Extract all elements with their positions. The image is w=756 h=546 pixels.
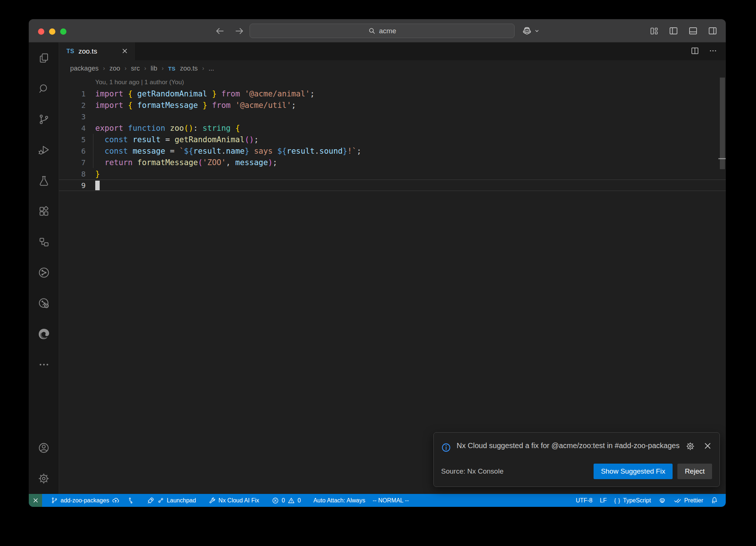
warning-icon xyxy=(288,497,295,504)
code-editor[interactable]: You, 1 hour ago | 1 author (You) 1import… xyxy=(59,76,726,494)
toggle-primary-sidebar-icon[interactable] xyxy=(669,26,678,36)
launchpad-status[interactable]: Launchpad xyxy=(143,494,200,507)
tab-zoo-ts[interactable]: TS zoo.ts xyxy=(59,42,135,60)
bell-dot-icon xyxy=(711,496,718,504)
chevron-down-icon[interactable] xyxy=(534,28,540,34)
link-icon xyxy=(157,497,164,504)
toggle-secondary-sidebar-icon[interactable] xyxy=(708,26,718,36)
warning-count: 0 xyxy=(298,497,301,504)
notifications-bell[interactable] xyxy=(707,494,722,507)
customize-layout-icon[interactable] xyxy=(649,26,659,36)
code-line[interactable]: 2import { formatMessage } from '@acme/ut… xyxy=(59,99,726,111)
source-control-icon[interactable] xyxy=(29,104,59,134)
notification-settings-gear-icon[interactable] xyxy=(685,441,695,453)
git-branch-status[interactable]: add-zoo-packages xyxy=(47,494,123,507)
code-text: import { getRandomAnimal } from '@acme/a… xyxy=(95,89,315,98)
double-check-icon xyxy=(674,496,681,504)
problems-status[interactable]: 0 0 xyxy=(268,494,305,507)
close-window-button[interactable] xyxy=(38,28,44,35)
run-and-debug-icon[interactable] xyxy=(29,134,59,165)
error-count: 0 xyxy=(282,497,285,504)
code-line[interactable]: 7 return formatMessage('ZOO', message); xyxy=(59,157,726,168)
show-suggested-fix-button[interactable]: Show Suggested Fix xyxy=(594,464,673,479)
formatter-status[interactable]: Prettier xyxy=(670,494,707,507)
explorer-icon[interactable] xyxy=(29,42,59,73)
code-line[interactable]: 9 xyxy=(59,180,726,191)
typescript-file-icon: TS xyxy=(66,48,74,55)
language-status[interactable]: { } TypeScript xyxy=(611,494,655,507)
branch-name: add-zoo-packages xyxy=(61,497,109,504)
copilot-icon xyxy=(658,496,666,505)
wrench-icon xyxy=(209,497,216,504)
code-line[interactable]: 1import { getRandomAnimal } from '@acme/… xyxy=(59,88,726,99)
code-line[interactable]: 5 const result = getRandomAnimal(); xyxy=(59,134,726,145)
zoom-window-button[interactable] xyxy=(60,28,66,35)
tab-label: zoo.ts xyxy=(78,47,97,55)
line-number: 8 xyxy=(59,170,86,178)
account-icon[interactable] xyxy=(29,433,59,463)
command-center-text: acme xyxy=(379,27,396,35)
forward-icon[interactable] xyxy=(234,26,244,36)
line-number: 6 xyxy=(59,147,86,156)
copilot-status[interactable] xyxy=(654,494,670,507)
reject-button[interactable]: Reject xyxy=(677,464,712,479)
nx-cloud-fix-status[interactable]: Nx Cloud AI Fix xyxy=(205,494,263,507)
chevron-right-icon: › xyxy=(103,65,105,72)
search-icon xyxy=(368,27,376,35)
git-graph-status[interactable] xyxy=(123,494,138,507)
code-text: const message = `${result.name} says ${r… xyxy=(95,147,361,156)
tab-close-icon[interactable] xyxy=(121,47,128,56)
minimize-window-button[interactable] xyxy=(49,28,55,35)
chevron-right-icon: › xyxy=(162,65,164,72)
remote-indicator[interactable] xyxy=(29,494,42,507)
nx-project-graph-icon[interactable] xyxy=(29,288,59,318)
vim-mode-status[interactable]: -- NORMAL -- xyxy=(369,494,412,507)
formatter-label: Prettier xyxy=(684,497,703,504)
notification-toast: Nx Cloud suggested a fix for @acme/zoo:t… xyxy=(433,432,720,487)
breadcrumb-item[interactable]: src xyxy=(131,65,140,72)
git-blame-annotation[interactable]: You, 1 hour ago | 1 author (You) xyxy=(59,76,726,88)
chevron-right-icon: › xyxy=(124,65,126,72)
more-actions-icon[interactable] xyxy=(708,46,718,57)
nx-console-icon[interactable] xyxy=(29,257,59,288)
auto-attach-status[interactable]: Auto Attach: Always xyxy=(310,494,369,507)
more-views-icon[interactable] xyxy=(29,349,59,380)
breadcrumb-item[interactable]: zoo xyxy=(109,65,120,72)
code-line[interactable]: 3 xyxy=(59,111,726,122)
braces-icon: { } xyxy=(614,497,621,504)
code-line[interactable]: 4export function zoo(): string { xyxy=(59,122,726,134)
breadcrumb-item[interactable]: packages xyxy=(70,65,99,72)
launchpad-label: Launchpad xyxy=(167,497,196,504)
breadcrumb: packages› zoo› src› lib› TS zoo.ts› ... xyxy=(59,60,726,76)
code-text: } xyxy=(95,170,100,178)
tab-bar: TS zoo.ts xyxy=(59,42,726,60)
toggle-panel-icon[interactable] xyxy=(688,26,698,36)
back-icon[interactable] xyxy=(215,26,225,36)
breadcrumb-item[interactable]: lib xyxy=(151,65,157,72)
code-line[interactable]: 8} xyxy=(59,168,726,180)
copilot-icon[interactable] xyxy=(522,26,532,36)
desktop-background: acme xyxy=(0,0,756,546)
settings-gear-icon[interactable] xyxy=(29,463,59,494)
status-bar: add-zoo-packages Launchpad Nx Cloud AI F… xyxy=(29,494,726,507)
edge-browser-icon[interactable] xyxy=(29,318,59,349)
command-center-search[interactable]: acme xyxy=(250,24,515,38)
line-number: 2 xyxy=(59,101,86,110)
eol-status[interactable]: LF xyxy=(596,494,611,507)
vertical-scrollbar[interactable] xyxy=(720,78,725,169)
line-number: 9 xyxy=(59,181,86,190)
split-editor-icon[interactable] xyxy=(690,46,700,57)
extensions-icon[interactable] xyxy=(29,196,59,226)
chevron-right-icon: › xyxy=(144,65,146,72)
breadcrumb-symbol[interactable]: ... xyxy=(209,65,214,72)
hierarchy-icon[interactable] xyxy=(29,226,59,257)
error-icon xyxy=(272,497,279,504)
notification-close-icon[interactable] xyxy=(703,441,712,453)
testing-icon[interactable] xyxy=(29,165,59,196)
breadcrumb-file[interactable]: zoo.ts xyxy=(180,65,198,72)
code-line[interactable]: 6 const message = `${result.name} says $… xyxy=(59,145,726,157)
code-text: export function zoo(): string { xyxy=(95,124,240,133)
encoding-status[interactable]: UTF-8 xyxy=(572,494,596,507)
search-view-icon[interactable] xyxy=(29,73,59,104)
line-number: 1 xyxy=(59,89,86,98)
